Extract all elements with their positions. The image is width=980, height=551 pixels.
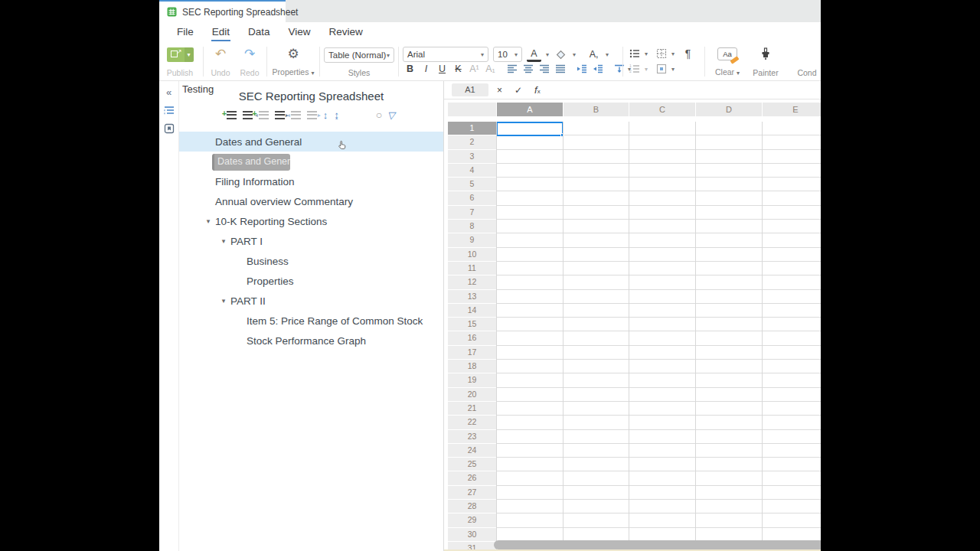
row-header-13[interactable]: 13	[448, 290, 496, 303]
row-header-11[interactable]: 11	[448, 262, 496, 275]
row-header-27[interactable]: 27	[448, 486, 496, 499]
grid-row[interactable]	[496, 233, 821, 247]
cancel-icon[interactable]: ×	[493, 85, 506, 96]
conditional-format-button[interactable]: Cond	[784, 43, 821, 80]
row-header-25[interactable]: 25	[448, 458, 496, 471]
grid-row[interactable]	[496, 388, 821, 402]
collapse-caret-icon[interactable]: ▾	[217, 237, 230, 245]
grid-row[interactable]	[496, 276, 821, 289]
menu-item-edit[interactable]: Edit	[211, 24, 230, 41]
row-header-17[interactable]: 17	[448, 346, 496, 359]
publish-dropdown-caret-icon[interactable]: ▾	[185, 47, 194, 62]
grid-row[interactable]	[496, 486, 821, 500]
row-header-7[interactable]: 7	[448, 206, 496, 219]
insert-below-icon[interactable]	[243, 111, 253, 119]
row-header-30[interactable]: 30	[448, 528, 496, 541]
collapse-sidebar-icon[interactable]: «	[166, 87, 172, 98]
indent-decrease-button[interactable]	[574, 62, 589, 76]
grid-row[interactable]	[496, 444, 821, 458]
grid-row[interactable]	[496, 471, 821, 485]
row-header-3[interactable]: 3	[448, 150, 496, 163]
tree-item-item-5-price-range-of-common-stock[interactable]: Item 5: Price Range of Common Stock	[179, 311, 443, 331]
grid-row[interactable]	[496, 402, 821, 416]
menu-item-review[interactable]: Review	[328, 24, 364, 41]
demote-icon[interactable]	[307, 111, 317, 119]
grid-row[interactable]	[496, 178, 821, 191]
redo-button[interactable]: ↷ Redo	[235, 43, 264, 80]
text-orientation-icon[interactable]: ¶	[681, 47, 695, 60]
grid-row[interactable]	[496, 346, 821, 360]
grid-row[interactable]	[496, 206, 821, 220]
grid-row[interactable]	[496, 331, 821, 345]
row-header-8[interactable]: 8	[448, 220, 496, 233]
row-header-28[interactable]: 28	[448, 500, 496, 513]
spreadsheet-tab[interactable]: SEC Reporting Spreadsheet	[159, 0, 286, 22]
function-icon[interactable]: fx	[531, 84, 544, 96]
bookmark-icon[interactable]	[164, 123, 175, 134]
align-justify-button[interactable]	[553, 62, 567, 76]
dropdown-caret-icon[interactable]: ▾	[606, 51, 609, 58]
row-header-15[interactable]: 15	[448, 318, 496, 331]
indent-increase-button[interactable]	[590, 62, 605, 76]
grid-row[interactable]	[496, 360, 821, 373]
row-header-9[interactable]: 9	[448, 233, 496, 246]
grid-row[interactable]	[496, 164, 821, 178]
tree-item-properties[interactable]: Properties	[179, 271, 443, 291]
font-family-select[interactable]: Arial ▾	[403, 47, 488, 62]
row-header-23[interactable]: 23	[448, 430, 496, 443]
grid-row[interactable]	[496, 290, 821, 304]
dropdown-caret-icon[interactable]: ▾	[573, 51, 576, 58]
dropdown-caret-icon[interactable]: ▾	[645, 51, 648, 57]
row-header-20[interactable]: 20	[448, 388, 496, 401]
underline-button[interactable]: U	[435, 62, 449, 76]
grid-row[interactable]	[496, 304, 821, 318]
publish-button[interactable]: ↗ ▾	[167, 47, 194, 62]
cell-name-box[interactable]: A1	[452, 83, 488, 96]
clear-button[interactable]: Aa Clear ▾	[707, 43, 747, 80]
vertical-align-button[interactable]	[612, 62, 626, 76]
tree-item-business[interactable]: Business	[179, 251, 443, 271]
grid-row[interactable]	[496, 318, 821, 331]
tree-item-annual-overview-commentary[interactable]: Annual overview Commentary	[179, 191, 443, 211]
font-color-button[interactable]: A	[527, 48, 541, 62]
outline-list-icon[interactable]	[164, 106, 175, 116]
expand-all-icon[interactable]: ↕	[323, 110, 328, 120]
row-header-22[interactable]: 22	[448, 416, 496, 429]
column-header-b[interactable]: B	[564, 103, 629, 116]
align-right-button[interactable]	[537, 62, 551, 76]
grid-row[interactable]	[496, 150, 821, 164]
column-header-a[interactable]: A	[497, 103, 563, 116]
row-header-10[interactable]: 10	[448, 248, 496, 261]
align-center-button[interactable]	[521, 62, 535, 76]
grid-row[interactable]	[496, 135, 821, 149]
row-header-1[interactable]: 1	[448, 122, 496, 135]
collapse-caret-icon[interactable]: ▾	[201, 217, 215, 225]
collapse-caret-icon[interactable]: ▾	[217, 297, 230, 305]
select-all-corner[interactable]	[448, 103, 496, 116]
menu-item-view[interactable]: View	[288, 24, 312, 41]
column-header-e[interactable]: E	[763, 103, 821, 116]
row-header-5[interactable]: 5	[448, 178, 496, 191]
grid-row[interactable]	[496, 514, 821, 527]
text-style-button[interactable]: A,	[586, 47, 601, 61]
column-header-c[interactable]: C	[629, 103, 695, 116]
row-header-19[interactable]: 19	[448, 373, 496, 386]
cells-area[interactable]	[496, 122, 821, 551]
row-header-6[interactable]: 6	[448, 191, 496, 204]
sync-circle-icon[interactable]: ○	[376, 110, 382, 120]
insert-above-icon[interactable]	[227, 111, 237, 119]
dropdown-caret-icon[interactable]: ▾	[671, 51, 675, 57]
grid-row[interactable]	[496, 500, 821, 514]
numbered-list-button[interactable]: 12	[627, 62, 642, 76]
grid-row[interactable]	[496, 248, 821, 262]
properties-button[interactable]: ⚙ Properties ▾	[270, 43, 317, 80]
format-painter-button[interactable]: Painter	[747, 43, 784, 80]
row-header-24[interactable]: 24	[448, 444, 496, 457]
tree-item-filing-information[interactable]: Filing Information	[179, 171, 443, 191]
column-header-d[interactable]: D	[696, 103, 762, 116]
row-header-14[interactable]: 14	[448, 304, 496, 317]
grid-row[interactable]	[496, 262, 821, 276]
tree-item-stock-performance-graph[interactable]: Stock Performance Graph	[179, 331, 443, 350]
row-header-18[interactable]: 18	[448, 360, 496, 373]
menu-item-data[interactable]: Data	[247, 24, 271, 41]
